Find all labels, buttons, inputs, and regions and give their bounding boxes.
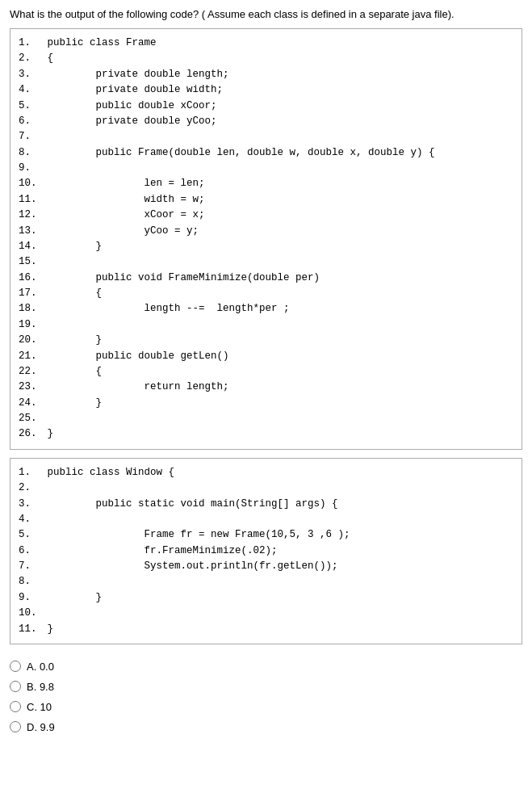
line-number: 17.: [19, 286, 41, 301]
line-number: 15.: [19, 254, 41, 270]
code-line: 8. public Frame(double len, double w, do…: [19, 145, 513, 161]
line-content: Frame fr = new Frame(10,5, 3 ,6 );: [41, 527, 350, 543]
code-line: 15.: [19, 254, 513, 270]
line-content: private double length;: [41, 67, 229, 82]
code-line: 21. public double getLen(): [19, 349, 513, 364]
line-number: 4.: [19, 512, 41, 527]
line-number: 19.: [19, 317, 41, 333]
line-number: 11.: [19, 192, 41, 208]
code-line: 4.: [19, 512, 513, 527]
code-line: 19.: [19, 317, 513, 333]
option-item-d[interactable]: D. 9.9: [10, 721, 522, 733]
code-line: 2.: [19, 480, 513, 496]
line-content: }: [41, 590, 102, 606]
line-number: 2.: [19, 480, 41, 496]
option-item-c[interactable]: C. 10: [10, 701, 522, 713]
code-line: 13. yCoo = y;: [19, 224, 513, 239]
line-number: 4.: [19, 82, 41, 98]
code-line: 11. }: [19, 622, 513, 637]
line-content: }: [41, 333, 102, 348]
option-radio-a[interactable]: [10, 661, 21, 672]
code-line: 1. public class Frame: [19, 36, 513, 51]
line-content: len = len;: [41, 176, 205, 191]
code-line: 20. }: [19, 333, 513, 348]
code-line: 18. length --= length*per ;: [19, 301, 513, 317]
code-line: 4. private double width;: [19, 82, 513, 98]
code-line: 26. }: [19, 426, 513, 442]
line-number: 3.: [19, 67, 41, 82]
line-number: 22.: [19, 364, 41, 380]
line-content: private double width;: [41, 82, 223, 98]
code-line: 3. private double length;: [19, 67, 513, 82]
line-content: }: [41, 622, 53, 637]
line-content: yCoo = y;: [41, 224, 199, 239]
line-content: public double getLen(): [41, 349, 229, 364]
line-content: private double yCoo;: [41, 114, 217, 129]
line-content: public class Window {: [41, 465, 174, 480]
option-radio-c[interactable]: [10, 701, 21, 712]
line-content: public Frame(double len, double w, doubl…: [41, 145, 435, 161]
line-content: System.out.println(fr.getLen());: [41, 559, 338, 574]
code-line: 1. public class Window {: [19, 465, 513, 480]
code-line: 6. fr.FrameMinimize(.02);: [19, 543, 513, 559]
code-block-2: 1. public class Window {2.3. public stat…: [10, 458, 522, 644]
option-item-a[interactable]: A. 0.0: [10, 661, 522, 673]
code-line: 7. System.out.println(fr.getLen());: [19, 559, 513, 574]
line-number: 16.: [19, 271, 41, 286]
line-number: 6.: [19, 114, 41, 129]
line-number: 1.: [19, 36, 41, 51]
code-line: 7.: [19, 129, 513, 145]
question-text: What is the output of the following code…: [10, 8, 522, 20]
code-line: 24. }: [19, 396, 513, 411]
code-line: 11. width = w;: [19, 192, 513, 208]
line-number: 3.: [19, 497, 41, 512]
code-line: 10. len = len;: [19, 176, 513, 191]
option-radio-d[interactable]: [10, 721, 21, 732]
line-content: return length;: [41, 380, 229, 395]
line-content: {: [41, 364, 102, 380]
line-number: 5.: [19, 99, 41, 114]
line-number: 24.: [19, 396, 41, 411]
code-line: 12. xCoor = x;: [19, 208, 513, 223]
code-line: 3. public static void main(String[] args…: [19, 497, 513, 512]
code-line: 23. return length;: [19, 380, 513, 395]
line-number: 14.: [19, 239, 41, 254]
line-number: 7.: [19, 559, 41, 574]
line-content: {: [41, 286, 102, 301]
code-line: 9.: [19, 161, 513, 176]
line-number: 10.: [19, 176, 41, 191]
line-content: }: [41, 396, 102, 411]
option-label-a: A. 0.0: [27, 661, 54, 673]
code-line: 17. {: [19, 286, 513, 301]
line-number: 2.: [19, 51, 41, 66]
line-number: 13.: [19, 224, 41, 239]
line-number: 8.: [19, 574, 41, 590]
line-number: 23.: [19, 380, 41, 395]
code-line: 8.: [19, 574, 513, 590]
line-content: public static void main(String[] args) {: [41, 497, 338, 512]
code-block-1: 1. public class Frame2. {3. private doub…: [10, 28, 522, 450]
line-content: }: [41, 239, 102, 254]
option-item-b[interactable]: B. 9.8: [10, 681, 522, 693]
line-number: 21.: [19, 349, 41, 364]
code-line: 5. Frame fr = new Frame(10,5, 3 ,6 );: [19, 527, 513, 543]
line-number: 10.: [19, 606, 41, 621]
line-content: width = w;: [41, 192, 205, 208]
line-number: 26.: [19, 426, 41, 442]
line-content: xCoor = x;: [41, 208, 205, 223]
option-radio-b[interactable]: [10, 681, 21, 692]
code-line: 16. public void FrameMinimize(double per…: [19, 271, 513, 286]
code-line: 9. }: [19, 590, 513, 606]
code-line: 5. public double xCoor;: [19, 99, 513, 114]
line-number: 8.: [19, 145, 41, 161]
option-label-d: D. 9.9: [27, 721, 55, 733]
line-content: length --= length*per ;: [41, 301, 290, 317]
line-number: 5.: [19, 527, 41, 543]
line-content: public void FrameMinimize(double per): [41, 271, 320, 286]
line-number: 6.: [19, 543, 41, 559]
code-line: 25.: [19, 411, 513, 426]
line-number: 20.: [19, 333, 41, 348]
option-label-b: B. 9.8: [27, 681, 54, 693]
line-number: 9.: [19, 590, 41, 606]
line-number: 7.: [19, 129, 41, 145]
